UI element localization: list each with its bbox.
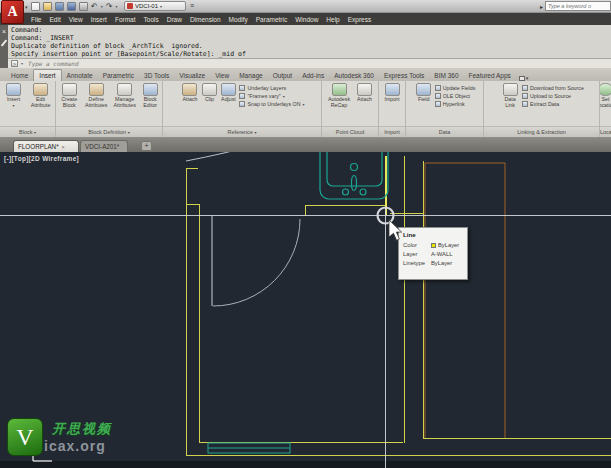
tab-parametric[interactable]: Parametric [98, 70, 139, 81]
menu-edit[interactable]: Edit [49, 16, 60, 23]
update-fields-button[interactable]: Update Fields [435, 85, 476, 91]
download-from-source-icon [522, 85, 528, 91]
panel-label-point-cloud[interactable]: Point Cloud [322, 126, 378, 137]
tab-close-icon[interactable]: × [62, 144, 65, 150]
new-drawing-tab-button[interactable]: + [141, 141, 152, 151]
tab-autodesk-360[interactable]: Autodesk 360 [329, 70, 379, 81]
manage-attributes-button[interactable]: Manage Attributes [111, 83, 138, 109]
command-prompt-icon[interactable]: > [11, 60, 18, 67]
tab-view[interactable]: View [210, 70, 234, 81]
tab-output[interactable]: Output [268, 70, 298, 81]
redo-icon[interactable]: ↷ [106, 2, 113, 11]
menu-tools[interactable]: Tools [144, 16, 159, 23]
undo-icon[interactable]: ↶ [91, 2, 98, 11]
save-icon[interactable] [55, 2, 64, 11]
underlay-layers-button[interactable]: Underlay Layers [239, 85, 304, 91]
panel-label-import[interactable]: Import [379, 126, 405, 137]
redo-caret-icon[interactable]: ▾ [115, 4, 117, 9]
menu-dimension[interactable]: Dimension [190, 16, 221, 23]
edit-attribute-icon [33, 83, 48, 96]
extract-data-button[interactable]: Extract Data [522, 101, 584, 107]
tab-annotate[interactable]: Annotate [62, 70, 98, 81]
panel-import: Import Import [379, 81, 406, 137]
panel-label-block-definition[interactable]: Block Definition ▾ [56, 126, 162, 137]
import-button[interactable]: Import [381, 83, 404, 103]
file-tab-vdci-a201[interactable]: VDCI-A201* [80, 140, 128, 152]
undo-caret-icon[interactable]: ▾ [101, 4, 103, 9]
file-tab-floorplan[interactable]: FLOORPLAN* × [13, 140, 79, 152]
watermark-title: 开思视频 [52, 420, 112, 438]
insert-block-button[interactable]: Insert ▾ [1, 83, 26, 109]
import-icon [385, 83, 400, 96]
tab-express-tools[interactable]: Express Tools [379, 70, 429, 81]
xref-outline [425, 163, 505, 438]
point-cloud-attach-icon [357, 83, 372, 96]
command-input[interactable] [26, 59, 226, 68]
download-from-source-label: Download from Source [530, 85, 584, 91]
new-file-icon[interactable] [31, 2, 40, 11]
wrench-icon[interactable] [1, 39, 8, 46]
upload-to-source-button[interactable]: Upload to Source [522, 93, 584, 99]
menu-parametric[interactable]: Parametric [256, 16, 287, 23]
attach-icon [182, 83, 197, 96]
tab-manage[interactable]: Manage [234, 70, 268, 81]
tab-insert[interactable]: Insert [33, 69, 61, 81]
adjust-button[interactable]: Adjust [218, 83, 238, 103]
define-attributes-button[interactable]: Define Attributes [83, 83, 110, 109]
toolbar-overflow-icon[interactable]: ≡ [190, 2, 195, 9]
frames-vary-dropdown[interactable]: "Frames vary" ▾ [239, 93, 304, 99]
autocad-app-menu-button[interactable]: A [1, 0, 24, 24]
tab-home[interactable]: Home [6, 70, 33, 81]
snap-to-underlays-label: Snap to Underlays ON [247, 101, 300, 107]
menu-modify[interactable]: Modify [229, 16, 248, 23]
mouse-cursor-icon [387, 218, 403, 242]
menu-draw[interactable]: Draw [167, 16, 182, 23]
edit-attribute-button[interactable]: Edit Attribute [27, 83, 54, 109]
menu-insert[interactable]: Insert [91, 16, 107, 23]
field-button[interactable]: Field [414, 83, 434, 103]
keyword-search-input[interactable] [545, 1, 611, 11]
save-as-icon[interactable] [67, 2, 76, 11]
autodesk-recap-button[interactable]: Autodesk ReCap [325, 83, 353, 109]
tab-featured-apps[interactable]: Featured Apps [464, 70, 516, 81]
tab-3d-tools[interactable]: 3D Tools [139, 70, 174, 81]
app-menu-caret-icon[interactable]: ▾ [25, 4, 28, 10]
clip-button[interactable]: Clip [201, 83, 217, 103]
menu-express[interactable]: Express [348, 16, 371, 23]
menu-help[interactable]: Help [326, 16, 339, 23]
plot-icon[interactable] [79, 2, 88, 11]
menu-view[interactable]: View [69, 16, 83, 23]
create-block-button[interactable]: Create Block [57, 83, 82, 109]
tab-add-ins[interactable]: Add-ins [297, 70, 329, 81]
panel-label-location[interactable]: Loca [600, 126, 611, 137]
download-from-source-button[interactable]: Download from Source [522, 85, 584, 91]
block-editor-button[interactable]: Block Editor [139, 83, 161, 109]
panel-label-linking[interactable]: Linking & Extraction [484, 126, 599, 137]
point-cloud-attach-button[interactable]: Attach [354, 83, 375, 103]
ole-object-button[interactable]: OLE Object [435, 93, 476, 99]
panel-label-data[interactable]: Data [406, 126, 483, 137]
menu-window[interactable]: Window [295, 16, 318, 23]
search-expand-icon[interactable]: ▸ [540, 3, 543, 10]
hyperlink-button[interactable]: Hyperlink [435, 101, 476, 107]
close-icon[interactable]: × [2, 29, 6, 35]
panel-label-reference[interactable]: Reference ▾ [163, 126, 321, 137]
attach-button[interactable]: Attach [179, 83, 200, 103]
tooltip-layer-row: Layer A-WALL [403, 250, 463, 259]
open-file-icon[interactable] [43, 2, 52, 11]
snap-caret-icon: ▾ [302, 102, 304, 107]
set-location-button[interactable]: Set Location [600, 83, 611, 109]
drawing-area[interactable]: [-][Top][2D Wireframe] Line Color ByLaye… [0, 152, 611, 468]
workspace-dropdown[interactable]: VDCI-01 ▾ [124, 1, 186, 11]
tab-bim-360[interactable]: BIM 360 [429, 70, 463, 81]
quick-access-toolbar: ↶▾ ↷▾ [31, 1, 117, 12]
data-link-button[interactable]: Data Link [499, 83, 521, 109]
snap-to-underlays-dropdown[interactable]: Snap to Underlays ON ▾ [239, 101, 304, 107]
command-options-caret-icon[interactable]: ▾ [21, 61, 23, 66]
menu-format[interactable]: Format [115, 16, 136, 23]
menu-file[interactable]: File [31, 16, 41, 23]
menu-bar: File Edit View Insert Format Tools Draw … [0, 13, 611, 25]
panel-label-block[interactable]: Block ▾ [0, 126, 55, 137]
tab-visualize[interactable]: Visualize [174, 70, 210, 81]
viewport-controls[interactable]: [-][Top][2D Wireframe] [4, 155, 79, 162]
